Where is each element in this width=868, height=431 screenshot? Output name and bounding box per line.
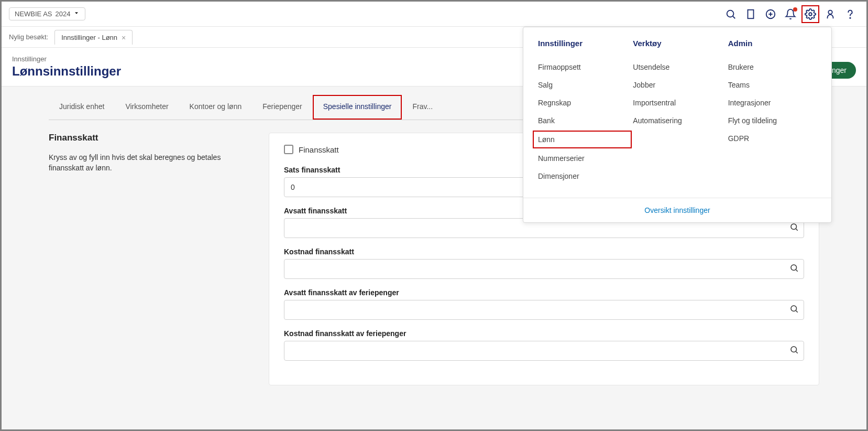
search-icon[interactable] <box>789 304 799 316</box>
panel-col-title-admin: Admin <box>728 39 817 48</box>
tab-feriepenger[interactable]: Feriepenger <box>252 95 313 120</box>
building-icon[interactable] <box>742 5 760 23</box>
gear-icon[interactable] <box>801 5 819 23</box>
avsatt-ferie-label: Avsatt finansskatt av feriepenger <box>284 288 804 297</box>
recent-label: Nylig besøkt: <box>9 33 48 41</box>
svg-point-21 <box>791 347 797 352</box>
company-name: NEWBIE AS <box>15 10 52 18</box>
menu-item-jobber[interactable]: Jobber <box>633 76 721 94</box>
menu-item-flyt-og-tildeling[interactable]: Flyt og tildeling <box>728 112 817 130</box>
finansskatt-checkbox[interactable] <box>284 145 293 154</box>
tab-spesielle-innstillinger[interactable]: Spesielle innstillinger <box>313 95 402 120</box>
svg-line-20 <box>796 310 797 312</box>
search-icon[interactable] <box>789 345 799 357</box>
company-selector[interactable]: NEWBIE AS 2024 <box>9 7 85 20</box>
menu-item-regnskap[interactable]: Regnskap <box>538 94 627 112</box>
menu-item-brukere[interactable]: Brukere <box>728 58 817 76</box>
menu-item-gdpr[interactable]: GDPR <box>728 130 817 147</box>
menu-item-importsentral[interactable]: Importsentral <box>633 94 721 112</box>
kostnad-ferie-label: Kostnad finansskatt av feriepenger <box>284 329 804 338</box>
user-icon[interactable] <box>821 5 839 23</box>
page-title: Lønnsinnstillinger <box>12 64 121 79</box>
menu-item-integrasjoner[interactable]: Integrasjoner <box>728 94 817 112</box>
kostnad-label: Kostnad finansskatt <box>284 247 804 256</box>
svg-point-17 <box>791 265 797 271</box>
svg-point-0 <box>727 10 734 17</box>
finansskatt-checkbox-label: Finansskatt <box>299 145 339 154</box>
section-description: Kryss av og fyll inn hvis det skal bereg… <box>49 153 248 173</box>
close-icon[interactable]: × <box>122 34 126 41</box>
search-icon[interactable] <box>722 5 740 23</box>
bell-icon[interactable] <box>782 5 799 23</box>
year: 2024 <box>56 10 71 18</box>
svg-line-18 <box>796 270 797 271</box>
search-icon[interactable] <box>789 263 799 275</box>
svg-line-16 <box>796 229 797 230</box>
svg-point-13 <box>828 10 832 14</box>
plus-circle-icon[interactable] <box>762 5 779 23</box>
settings-panel: Innstillinger Firmaoppsett Salg Regnskap… <box>523 27 832 223</box>
menu-item-firmaoppsett[interactable]: Firmaoppsett <box>538 58 627 76</box>
svg-line-1 <box>733 16 735 18</box>
menu-item-utsendelse[interactable]: Utsendelse <box>633 58 721 76</box>
section-title: Finansskatt <box>49 133 248 143</box>
panel-col-title-innstillinger: Innstillinger <box>538 39 627 48</box>
breadcrumb: Innstillinger <box>12 55 121 63</box>
menu-item-nummerserier[interactable]: Nummerserier <box>538 149 627 167</box>
kostnad-ferie-input[interactable] <box>284 341 804 361</box>
tab-fravaer[interactable]: Frav... <box>402 95 443 120</box>
notification-dot <box>793 7 797 12</box>
chevron-down-icon <box>73 10 80 18</box>
svg-point-12 <box>809 13 812 16</box>
help-icon[interactable] <box>841 5 859 23</box>
kostnad-input[interactable] <box>284 259 804 279</box>
menu-item-lonn[interactable]: Lønn <box>533 131 632 148</box>
svg-rect-2 <box>748 9 754 18</box>
open-tab[interactable]: Innstillinger - Lønn × <box>54 30 133 45</box>
menu-item-automatisering[interactable]: Automatisering <box>633 112 721 130</box>
panel-col-title-verktoy: Verktøy <box>633 39 721 48</box>
search-icon[interactable] <box>789 222 799 234</box>
tab-juridisk-enhet[interactable]: Juridisk enhet <box>49 95 115 120</box>
svg-point-19 <box>791 306 797 311</box>
avsatt-ferie-input[interactable] <box>284 300 804 320</box>
svg-point-14 <box>850 17 850 18</box>
tab-kontoer-og-lonn[interactable]: Kontoer og lønn <box>179 95 252 120</box>
svg-point-15 <box>791 224 797 230</box>
settings-overview-link[interactable]: Oversikt innstillinger <box>644 206 710 214</box>
svg-line-22 <box>796 351 797 353</box>
menu-item-bank[interactable]: Bank <box>538 112 627 130</box>
menu-item-salg[interactable]: Salg <box>538 76 627 94</box>
menu-item-teams[interactable]: Teams <box>728 76 817 94</box>
open-tab-label: Innstillinger - Lønn <box>61 34 117 41</box>
menu-item-dimensjoner[interactable]: Dimensjoner <box>538 167 627 185</box>
tab-virksomheter[interactable]: Virksomheter <box>115 95 179 120</box>
